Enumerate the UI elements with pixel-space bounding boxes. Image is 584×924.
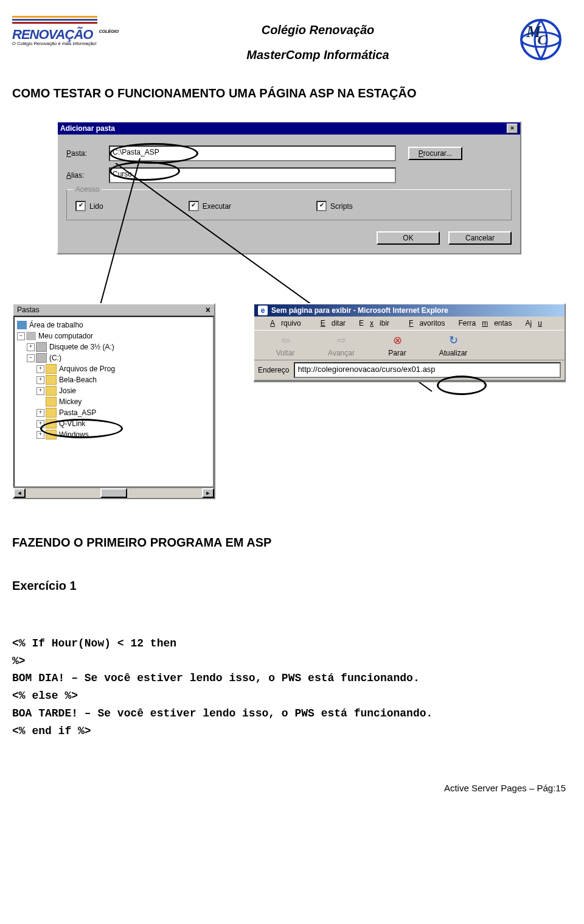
tree-row-bela[interactable]: +Bela-Beach bbox=[17, 374, 210, 385]
stop-button[interactable]: ⊗Parar bbox=[370, 333, 425, 357]
menu-exibir[interactable]: Exibir bbox=[353, 318, 395, 329]
title-2: MasterComp Informática bbox=[125, 48, 511, 62]
logo-mastercomp: M C bbox=[511, 12, 566, 67]
folders-tree[interactable]: Área de trabalho −Meu computador +Disque… bbox=[13, 316, 214, 488]
executar-checkbox[interactable]: ✔Executar bbox=[189, 201, 231, 211]
page-footer: Active Server Pages – Pág:15 bbox=[12, 783, 566, 793]
folders-panel: Pastas × Área de trabalho −Meu computado… bbox=[12, 303, 215, 499]
tree-row-desktop[interactable]: Área de trabalho bbox=[17, 320, 210, 331]
browser-menubar[interactable]: Arquivo Editar Exibir Favoritos Ferramen… bbox=[254, 317, 565, 330]
browser-title-text: Sem página para exibir - Microsoft Inter… bbox=[271, 306, 448, 315]
code-block: <% If Hour(Now) < 12 then %> BOM DIA! – … bbox=[12, 617, 566, 740]
tree-row-floppy[interactable]: +Disquete de 3½ (A:) bbox=[17, 341, 210, 352]
exercise-heading: Exercício 1 bbox=[12, 579, 566, 593]
logo-renovacao: COLÉGIO RENOVAÇÃO O Colégio Renovação é … bbox=[12, 12, 125, 67]
lido-checkbox[interactable]: ✔Lido bbox=[75, 201, 103, 211]
tree-row-mickey[interactable]: +Mickey bbox=[17, 396, 210, 407]
tree-row-josie[interactable]: +Josie bbox=[17, 385, 210, 396]
tree-row-c[interactable]: −(C:) bbox=[17, 352, 210, 363]
close-icon[interactable]: × bbox=[507, 124, 518, 133]
circle-alias-value bbox=[109, 161, 180, 181]
menu-ajuda[interactable]: Aju bbox=[520, 318, 554, 329]
code-line: <% else %> bbox=[12, 690, 78, 702]
code-line: %> bbox=[12, 655, 26, 667]
globe-mc-icon: M C bbox=[514, 15, 563, 64]
scroll-left-icon[interactable]: ◄ bbox=[13, 488, 26, 498]
alias-label: Alias: bbox=[66, 171, 103, 180]
tree-row-computer[interactable]: −Meu computador bbox=[17, 331, 210, 341]
circle-url-curso bbox=[437, 376, 487, 395]
menu-arquivo[interactable]: Arquivo bbox=[258, 318, 307, 329]
ok-button[interactable]: OK bbox=[377, 231, 440, 245]
forward-button[interactable]: ⇨Avançar bbox=[314, 333, 369, 357]
center-titles: Colégio Renovação MasterComp Informática bbox=[125, 23, 511, 73]
heading-fazendo-programa: FAZENDO O PRIMEIRO PROGRAMA EM ASP bbox=[12, 536, 566, 550]
code-line: <% end if %> bbox=[12, 725, 91, 737]
browser-toolbar: ⇦Voltar ⇨Avançar ⊗Parar ↻Atualizar bbox=[254, 330, 565, 360]
folders-scrollbar[interactable]: ◄ ► bbox=[13, 488, 214, 498]
title-1: Colégio Renovação bbox=[125, 23, 511, 37]
page-header: COLÉGIO RENOVAÇÃO O Colégio Renovação é … bbox=[12, 12, 566, 73]
heading-como-testar: COMO TESTAR O FUNCIONAMENTO UMA PÁGINA A… bbox=[12, 86, 566, 100]
circle-pasta-value bbox=[109, 143, 198, 164]
svg-text:C: C bbox=[537, 32, 548, 47]
scroll-right-icon[interactable]: ► bbox=[202, 488, 214, 498]
dialog-title: Adicionar pasta bbox=[60, 124, 115, 133]
refresh-button[interactable]: ↻Atualizar bbox=[426, 333, 481, 357]
scroll-thumb[interactable] bbox=[100, 488, 127, 498]
browser-window: e Sem página para exibir - Microsoft Int… bbox=[253, 303, 566, 382]
scripts-checkbox[interactable]: ✔Scripts bbox=[316, 201, 353, 211]
folders-panel-title: Pastas bbox=[17, 306, 40, 314]
code-line: BOA TARDE! – Se você estiver lendo isso,… bbox=[12, 707, 433, 719]
tree-row-pasta-asp[interactable]: +Pasta_ASP bbox=[17, 407, 210, 418]
menu-favoritos[interactable]: Favoritos bbox=[397, 318, 451, 329]
folders-close-icon[interactable]: × bbox=[206, 306, 210, 313]
menu-ferramentas[interactable]: Ferramentas bbox=[452, 318, 518, 329]
address-input[interactable]: http://colegiorenovacao/curso/ex01.asp bbox=[294, 362, 561, 378]
cancelar-button[interactable]: Cancelar bbox=[448, 231, 512, 245]
code-line: <% If Hour(Now) < 12 then bbox=[12, 637, 176, 649]
logo-tagline: O Colégio Renovação é mais informação! bbox=[12, 41, 125, 46]
address-label: Endereço bbox=[258, 366, 289, 374]
logo-small-text: COLÉGIO bbox=[99, 29, 119, 33]
tree-row-arquivos[interactable]: +Arquivos de Prog bbox=[17, 363, 210, 374]
acesso-groupbox-legend: Acesso bbox=[73, 185, 102, 194]
procurar-button[interactable]: Procurar... bbox=[408, 147, 462, 160]
ie-icon: e bbox=[258, 306, 268, 315]
menu-editar[interactable]: Editar bbox=[308, 318, 352, 329]
code-line: BOM DIA! – Se você estiver lendo isso, o… bbox=[12, 672, 420, 684]
back-button[interactable]: ⇦Voltar bbox=[258, 333, 313, 357]
circle-tree-pasta-asp bbox=[40, 419, 123, 438]
pasta-label: Pasta: bbox=[66, 149, 103, 158]
dialog-adicionar-pasta: Adicionar pasta × Pasta: C:\Pasta_ASP Pr… bbox=[57, 121, 521, 254]
